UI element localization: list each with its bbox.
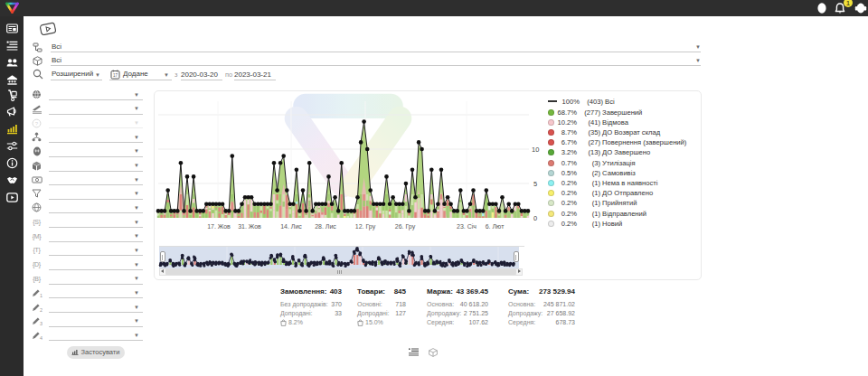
svg-text:1: 1 [40,292,42,297]
svg-text:3: 3 [40,321,42,326]
svg-text:4: 4 [40,334,42,340]
svg-text:?: ? [35,120,39,126]
svg-text:2: 2 [40,306,42,312]
